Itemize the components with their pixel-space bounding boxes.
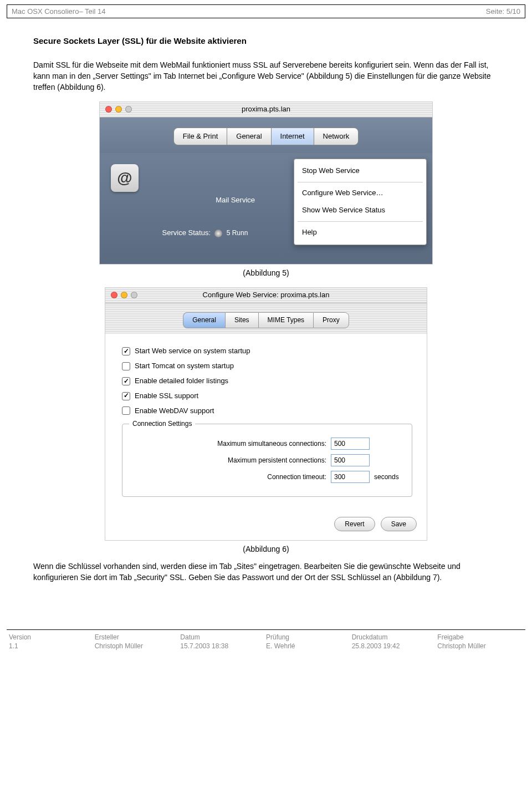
form-body: Start Web service on system startupStart… [105, 334, 427, 511]
number-input[interactable] [331, 438, 370, 450]
footer-col: Datum15.7.2003 18:38 [180, 633, 266, 650]
section-title: Secure Sockets Layer (SSL) für die Websi… [33, 35, 499, 47]
field-label: Connection timeout: [267, 472, 326, 482]
checkbox-row: Start Web service on system startup [122, 346, 412, 357]
close-icon[interactable] [105, 106, 112, 113]
footer-col: FreigabeChristoph Müller [437, 633, 523, 650]
connection-row: Connection timeout:seconds [131, 471, 403, 483]
caption-abb5: (Abbildung 5) [33, 267, 499, 278]
footer-value: E. Wehrlé [266, 642, 352, 650]
footer-heading: Version [9, 633, 95, 641]
number-input[interactable] [331, 471, 370, 483]
checkbox-label: Start Tomcat on system startup [135, 361, 234, 372]
tab-general[interactable]: General [183, 312, 225, 328]
checkbox[interactable] [122, 362, 130, 370]
menu-show-status[interactable]: Show Web Service Status [294, 202, 426, 219]
save-button[interactable]: Save [381, 517, 417, 531]
tab-file-print[interactable]: File & Print [173, 128, 227, 146]
field-label: Maximum persistent connections: [228, 456, 326, 465]
page-header: Mac OSX Consoliero– Teil 14 Seite: 5/10 [7, 4, 525, 18]
checkbox[interactable] [122, 347, 130, 355]
close-icon[interactable] [111, 292, 117, 298]
screenshot-abb5: proxima.pts.lan File & Print General Int… [100, 102, 432, 265]
footer-heading: Prüfung [266, 633, 352, 641]
checkbox-label: Enable detailed folder listings [135, 376, 228, 387]
header-right: Seite: 5/10 [486, 7, 520, 16]
footer-value: 15.7.2003 18:38 [180, 642, 266, 650]
checkbox[interactable] [122, 392, 130, 400]
menu-separator [298, 182, 423, 182]
minimize-icon[interactable] [121, 292, 127, 298]
unit-label: seconds [374, 472, 403, 482]
footer-col: Druckdatum25.8.2003 19:42 [352, 633, 438, 650]
button-row: Revert Save [105, 511, 427, 540]
revert-button[interactable]: Revert [334, 517, 375, 531]
toolbar-tabs: File & Print General Internet Network [100, 118, 432, 154]
tab-mime[interactable]: MIME Types [258, 312, 313, 328]
footer-heading: Ersteller [95, 633, 181, 641]
window-title: proxima.pts.lan [132, 104, 400, 115]
menu-help[interactable]: Help [294, 224, 426, 241]
footer-value: 25.8.2003 19:42 [352, 642, 438, 650]
globe-icon [214, 230, 222, 237]
tab-internet[interactable]: Internet [271, 128, 314, 146]
minimize-icon[interactable] [115, 106, 122, 113]
window-title: Configure Web Service: proxima.pts.lan [137, 290, 395, 301]
checkbox-row: Enable SSL support [122, 391, 412, 402]
zoom-icon[interactable] [125, 106, 132, 113]
page-footer: Version1.1ErstellerChristoph MüllerDatum… [7, 629, 525, 658]
connection-row: Maximum persistent connections: [131, 454, 403, 466]
status-prefix: Service Status: [144, 228, 211, 238]
footer-value: Christoph Müller [95, 642, 181, 650]
tab-network[interactable]: Network [314, 128, 359, 146]
header-left: Mac OSX Consoliero– Teil 14 [12, 7, 106, 16]
menu-separator [298, 221, 423, 222]
tab-sites[interactable]: Sites [225, 312, 258, 328]
context-menu: Stop Web Service Configure Web Service… … [294, 159, 427, 245]
field-label: Maximum simultaneous connections: [217, 439, 326, 449]
menu-configure-web[interactable]: Configure Web Service… [294, 185, 426, 202]
checkbox[interactable] [122, 377, 130, 385]
connection-settings-group: Connection Settings Maximum simultaneous… [122, 424, 412, 497]
checkbox-label: Enable WebDAV support [135, 406, 214, 416]
checkbox-row: Start Tomcat on system startup [122, 361, 412, 372]
checkbox-label: Start Web service on system startup [135, 346, 250, 357]
at-icon: @ [111, 164, 139, 192]
tab-general[interactable]: General [227, 128, 270, 146]
connection-row: Maximum simultaneous connections: [131, 438, 403, 450]
checkbox-label: Enable SSL support [135, 391, 198, 402]
status-text: 5 Runn [227, 229, 248, 237]
paragraph-2: Wenn die Schlüssel vorhanden sind, werde… [33, 561, 499, 583]
tabs: General Sites MIME Types Proxy [105, 303, 427, 334]
checkbox[interactable] [122, 406, 130, 415]
footer-heading: Freigabe [437, 633, 523, 641]
window-titlebar: Configure Web Service: proxima.pts.lan [105, 288, 427, 303]
zoom-icon[interactable] [131, 292, 137, 298]
paragraph-1: Damit SSL für die Webseite mit dem WebMa… [33, 59, 499, 93]
footer-col: Version1.1 [9, 633, 95, 650]
traffic-lights [105, 106, 132, 113]
traffic-lights [111, 292, 137, 298]
window-body: @ Mail Service Service Status: 5 Runn St… [100, 153, 432, 264]
mail-service-label: Mail Service [144, 195, 255, 206]
checkbox-row: Enable WebDAV support [122, 406, 412, 416]
footer-value: 1.1 [9, 642, 95, 650]
window-titlebar: proxima.pts.lan [100, 102, 432, 118]
footer-col: ErstellerChristoph Müller [95, 633, 181, 650]
caption-abb6: (Abbildung 6) [33, 543, 499, 555]
footer-value: Christoph Müller [437, 642, 523, 650]
footer-heading: Datum [180, 633, 266, 641]
fieldset-legend: Connection Settings [129, 419, 195, 429]
screenshot-abb6: Configure Web Service: proxima.pts.lan G… [105, 288, 427, 541]
number-input[interactable] [331, 454, 370, 466]
footer-heading: Druckdatum [352, 633, 438, 641]
tab-proxy[interactable]: Proxy [313, 312, 349, 328]
footer-col: PrüfungE. Wehrlé [266, 633, 352, 650]
menu-stop-web[interactable]: Stop Web Service [294, 162, 426, 180]
checkbox-row: Enable detailed folder listings [122, 376, 412, 387]
